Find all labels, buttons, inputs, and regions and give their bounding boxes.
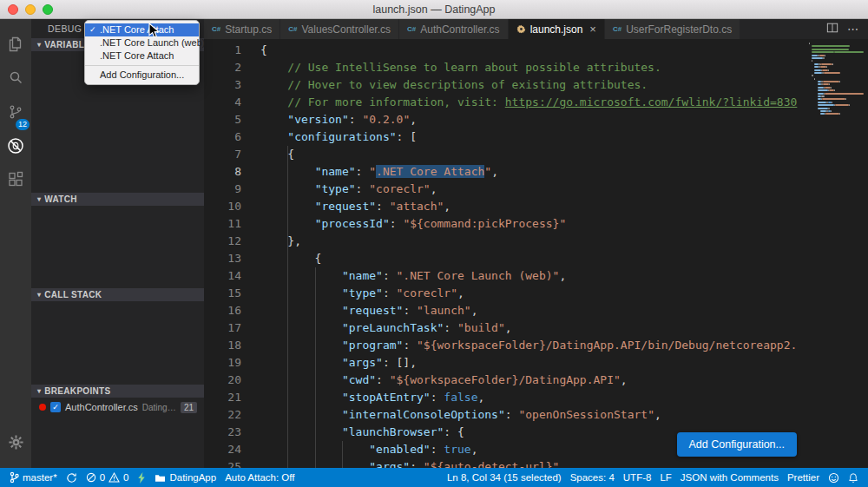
line-number[interactable]: 17 (204, 319, 241, 337)
debug-icon[interactable] (0, 128, 31, 162)
language-label: JSON with Comments (681, 472, 779, 483)
code-line[interactable]: "type": "coreclr", (260, 285, 807, 302)
code-line[interactable]: { (260, 146, 807, 163)
auto-attach-plug[interactable] (133, 472, 150, 484)
code-line[interactable]: }, (260, 233, 807, 250)
line-number[interactable]: 19 (204, 354, 241, 372)
code-line[interactable]: { (260, 42, 807, 59)
check-icon: ✓ (89, 23, 96, 36)
encoding-setting[interactable]: UTF-8 (619, 472, 656, 483)
tab-close-icon[interactable]: × (589, 23, 596, 36)
tab-ValuesController.cs[interactable]: C#ValuesController.cs (280, 19, 399, 39)
extensions-icon[interactable] (0, 162, 31, 196)
explorer-icon[interactable] (0, 27, 31, 61)
notifications-bell-icon[interactable] (844, 472, 863, 484)
auto-attach-label: Auto Attach: Off (225, 472, 294, 483)
code-line[interactable]: "args": "${auto-detect-url}", (260, 458, 807, 468)
source-control-icon[interactable]: 12 (0, 95, 31, 128)
split-editor-icon[interactable] (826, 22, 838, 37)
feedback-smiley-icon[interactable] (824, 472, 844, 484)
section-call-stack[interactable]: ▾ CALL STACK (31, 288, 204, 301)
problems-indicator[interactable]: 0 0 (82, 472, 134, 483)
language-mode[interactable]: JSON with Comments (676, 472, 783, 483)
line-number[interactable]: 22 (204, 406, 241, 424)
section-watch[interactable]: ▾ WATCH (31, 193, 204, 206)
line-number[interactable]: 20 (204, 372, 241, 389)
activity-bar: 12 (0, 19, 31, 468)
auto-attach-status[interactable]: Auto Attach: Off (220, 472, 299, 483)
code-area[interactable]: { // Use IntelliSense to learn about pos… (252, 39, 807, 468)
line-number[interactable]: 4 (204, 94, 241, 111)
line-number[interactable]: 11 (204, 215, 241, 233)
debug-sidebar: DEBUG ▶ ▾ VARIABLES ▾ WATCH ▾ CALL STACK… (31, 19, 204, 468)
code-line[interactable]: "args": [], (260, 354, 807, 372)
line-number[interactable]: 16 (204, 302, 241, 319)
gear-icon[interactable] (0, 425, 31, 459)
line-number[interactable]: 25 (204, 458, 241, 468)
menu-item-Add Configuration...[interactable]: Add Configuration... (85, 69, 199, 82)
zoom-window-button[interactable] (43, 4, 53, 15)
line-number[interactable]: 21 (204, 389, 241, 406)
branch-indicator[interactable]: master* (5, 471, 62, 484)
line-number[interactable]: 9 (204, 181, 241, 198)
code-line[interactable]: // For more information, visit: https://… (260, 94, 807, 111)
menu-item-.NET Core Attach[interactable]: .NET Core Attach (85, 49, 199, 63)
cursor-position[interactable]: Ln 8, Col 34 (15 selected) (443, 472, 566, 483)
line-number[interactable]: 1 (204, 42, 241, 59)
section-breakpoints[interactable]: ▾ BREAKPOINTS (31, 385, 204, 398)
line-number[interactable]: 5 (204, 111, 241, 128)
code-line[interactable]: "cwd": "${workspaceFolder}/DatingApp.API… (260, 372, 807, 389)
search-icon[interactable] (0, 61, 31, 95)
line-number[interactable]: 14 (204, 267, 241, 285)
menu-item-.NET Core Launch (web)[interactable]: .NET Core Launch (web) (85, 36, 199, 49)
code-line[interactable]: "enabled": true, (260, 441, 807, 458)
code-line[interactable]: "name": ".NET Core Launch (web)", (260, 267, 807, 285)
code-line[interactable]: { (260, 250, 807, 267)
tab-AuthController.cs[interactable]: C#AuthController.cs (399, 19, 509, 39)
indentation-setting[interactable]: Spaces: 4 (566, 472, 619, 483)
minimap[interactable] (807, 39, 868, 468)
git-branch-icon (10, 471, 19, 484)
code-line[interactable]: "stopAtEntry": false, (260, 389, 807, 406)
line-number[interactable]: 3 (204, 76, 241, 94)
tab-launch.json[interactable]: launch.json× (509, 19, 605, 39)
code-line[interactable]: "configurations": [ (260, 128, 807, 146)
tab-Startup.cs[interactable]: C#Startup.cs (204, 19, 280, 39)
code-line[interactable]: // Hover to view descriptions of existin… (260, 76, 807, 94)
line-number[interactable]: 10 (204, 198, 241, 215)
folder-indicator[interactable]: DatingApp (150, 472, 220, 483)
formatter-indicator[interactable]: Prettier (783, 472, 824, 483)
chevron-down-icon: ▾ (37, 291, 41, 299)
code-line[interactable]: // Use IntelliSense to learn about possi… (260, 59, 807, 76)
more-actions-icon[interactable]: ⋯ (847, 23, 859, 36)
line-number[interactable]: 15 (204, 285, 241, 302)
code-line[interactable]: "program": "${workspaceFolder}/DatingApp… (260, 337, 807, 354)
breakpoint-checkbox[interactable]: ✓ (50, 402, 61, 412)
eol-setting[interactable]: LF (655, 472, 675, 483)
breakpoint-item[interactable]: ✓ AuthController.cs DatingApp... 21 (31, 399, 204, 415)
line-number[interactable]: 12 (204, 233, 241, 250)
code-line[interactable]: "request": "launch", (260, 302, 807, 319)
code-line[interactable]: "type": "coreclr", (260, 181, 807, 198)
code-line[interactable]: "preLaunchTask": "build", (260, 319, 807, 337)
line-number[interactable]: 23 (204, 424, 241, 441)
code-line[interactable]: "name": ".NET Core Attach", (260, 163, 807, 181)
minimize-window-button[interactable] (25, 4, 36, 15)
code-line[interactable]: "internalConsoleOptions": "openOnSession… (260, 406, 807, 424)
line-number[interactable]: 24 (204, 441, 241, 458)
close-window-button[interactable] (8, 4, 18, 15)
line-number[interactable]: 6 (204, 128, 241, 146)
menu-item-.NET Core Attach[interactable]: ✓.NET Core Attach (85, 23, 199, 36)
tab-UserForRegisterDto.cs[interactable]: C#UserForRegisterDto.cs (605, 19, 740, 39)
code-line[interactable]: "processId": "${command:pickProcess}" (260, 215, 807, 233)
editor[interactable]: 1234567891011121314151617181920212223242… (204, 39, 868, 468)
line-number[interactable]: 13 (204, 250, 241, 267)
line-number[interactable]: 8 (204, 163, 241, 181)
code-line[interactable]: "request": "attach", (260, 198, 807, 215)
line-number[interactable]: 7 (204, 146, 241, 163)
code-line[interactable]: "version": "0.2.0", (260, 111, 807, 128)
line-number[interactable]: 18 (204, 337, 241, 354)
code-line[interactable]: "launchBrowser": { (260, 424, 807, 441)
sync-button[interactable] (62, 472, 82, 484)
line-number[interactable]: 2 (204, 59, 241, 76)
